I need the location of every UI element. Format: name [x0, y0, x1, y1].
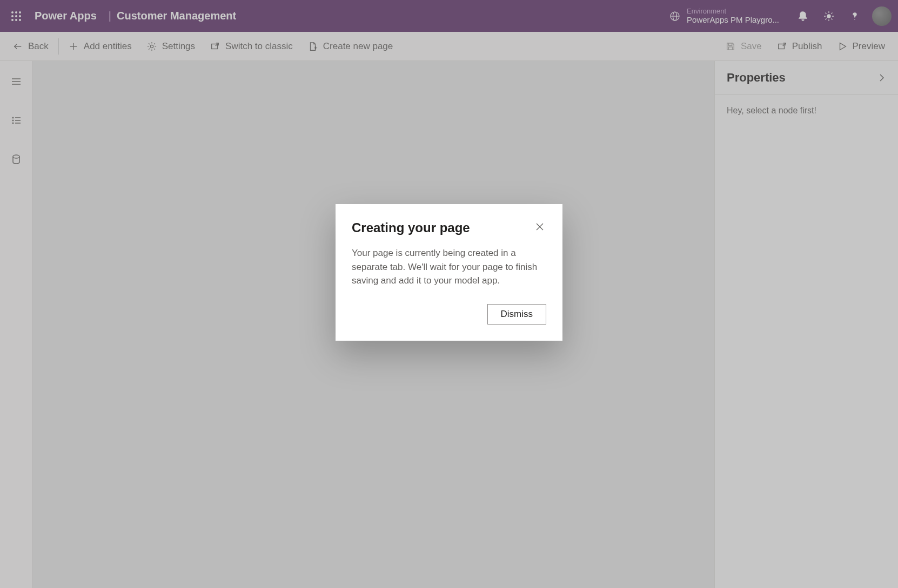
modal-overlay: Creating your page Your page is currentl… [0, 0, 898, 588]
dismiss-button[interactable]: Dismiss [487, 304, 547, 325]
modal-body: Your page is currently being created in … [352, 246, 546, 288]
modal-dialog: Creating your page Your page is currentl… [336, 204, 562, 341]
modal-close-button[interactable] [533, 220, 546, 235]
modal-title: Creating your page [352, 220, 470, 235]
close-icon [535, 222, 544, 231]
